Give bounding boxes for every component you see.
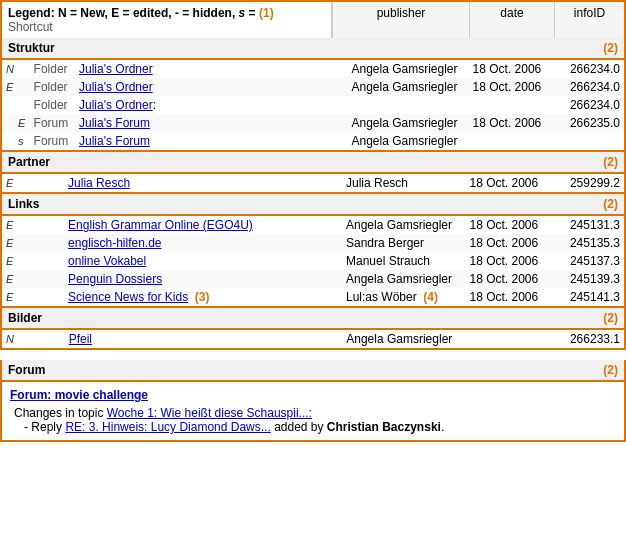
row-link[interactable]: Julia's Forum bbox=[79, 134, 150, 148]
row-infoid: 245141.3 bbox=[553, 288, 625, 307]
row-marker: N bbox=[1, 330, 18, 349]
table-row: E online Vokabel Manuel Strauch 18 Oct. … bbox=[1, 252, 625, 270]
row-type bbox=[18, 234, 64, 252]
row-type bbox=[18, 330, 64, 349]
section-title-bilder: Bilder bbox=[8, 311, 42, 325]
section-header-partner: Partner (2) bbox=[0, 152, 626, 174]
legend-s-num: (1) bbox=[259, 6, 274, 20]
table-row: E English Grammar Online (EGO4U) Angela … bbox=[1, 216, 625, 234]
row-infoid: 245135.3 bbox=[553, 234, 625, 252]
table-row: Folder Julia's Ordner: 266234.0 bbox=[1, 96, 625, 114]
row-publisher: Lul:as Wöber (4) bbox=[342, 288, 465, 307]
row-date bbox=[469, 96, 555, 114]
row-link[interactable]: Julia's Ordner bbox=[79, 62, 153, 76]
spacer bbox=[0, 350, 626, 360]
row-date: 18 Oct. 2006 bbox=[465, 252, 552, 270]
row-marker: E bbox=[1, 174, 18, 193]
row-name: Julia's Forum bbox=[75, 132, 347, 151]
row-name: Penguin Dossiers bbox=[64, 270, 342, 288]
row-type: Folder bbox=[30, 96, 75, 114]
forum-topic-link[interactable]: Woche 1: Wie heißt diese Schauspii...: bbox=[107, 406, 312, 420]
row-link[interactable]: English Grammar Online (EGO4U) bbox=[68, 218, 253, 232]
legend-header: Legend: N = New, E = edited, - = hidden,… bbox=[0, 0, 626, 38]
forum-title-link[interactable]: Forum: movie challenge bbox=[10, 388, 616, 402]
row-link[interactable]: Julia's Ordner bbox=[79, 98, 153, 112]
row-date: 18 Oct. 2006 bbox=[465, 288, 552, 307]
row-marker: s bbox=[1, 132, 30, 151]
table-row: N Pfeil Angela Gamsriegler 266233.1 bbox=[1, 330, 625, 349]
row-marker: E bbox=[1, 114, 30, 132]
row-link[interactable]: online Vokabel bbox=[68, 254, 146, 268]
row-infoid: 266234.0 bbox=[554, 96, 625, 114]
table-row: E Forum Julia's Forum Angela Gamsriegler… bbox=[1, 114, 625, 132]
section-header-links: Links (2) bbox=[0, 194, 626, 216]
row-infoid: 245139.3 bbox=[553, 270, 625, 288]
row-type: Forum bbox=[30, 132, 75, 151]
row-infoid: 259299.2 bbox=[553, 174, 625, 193]
row-date: 18 Oct. 2006 bbox=[465, 234, 552, 252]
forum-changes-text: Changes in topic bbox=[14, 406, 103, 420]
row-type: Forum bbox=[30, 114, 75, 132]
table-row: N Folder Julia's Ordner Angela Gamsriegl… bbox=[1, 60, 625, 78]
row-name: englisch-hilfen.de bbox=[64, 234, 342, 252]
row-link[interactable]: Julia's Ordner bbox=[79, 80, 153, 94]
table-row: E Science News for Kids (3) Lul:as Wöber… bbox=[1, 288, 625, 307]
row-badge: (3) bbox=[195, 290, 210, 304]
forum-author: Christian Baczynski bbox=[327, 420, 441, 434]
section-count-links: (2) bbox=[603, 197, 618, 211]
publisher-badge: (4) bbox=[423, 290, 438, 304]
row-date bbox=[466, 330, 553, 349]
row-link[interactable]: Pfeil bbox=[69, 332, 92, 346]
header-publisher: publisher bbox=[332, 2, 469, 38]
row-publisher: Angela Gamsriegler bbox=[347, 78, 468, 96]
row-marker bbox=[1, 96, 30, 114]
row-date: 18 Oct. 2006 bbox=[469, 78, 555, 96]
table-row: E Julia Resch Julia Resch 18 Oct. 2006 2… bbox=[1, 174, 625, 193]
section-title-links: Links bbox=[8, 197, 39, 211]
row-type bbox=[18, 216, 64, 234]
row-link[interactable]: englisch-hilfen.de bbox=[68, 236, 161, 250]
forum-reply-prefix: - Reply bbox=[24, 420, 62, 434]
section-title-partner: Partner bbox=[8, 155, 50, 169]
row-date bbox=[469, 132, 555, 151]
legend-shortcut: Shortcut bbox=[8, 20, 325, 34]
header-date: date bbox=[469, 2, 554, 38]
row-link[interactable]: Julia Resch bbox=[68, 176, 130, 190]
forum-reply-link[interactable]: RE: 3. Hinweis: Lucy Diamond Daws... bbox=[65, 420, 270, 434]
row-date: 18 Oct. 2006 bbox=[465, 270, 552, 288]
row-name: Julia's Ordner: bbox=[75, 96, 347, 114]
forum-added-by: added by bbox=[274, 420, 327, 434]
row-type: Folder bbox=[30, 78, 75, 96]
table-row: E Folder Julia's Ordner Angela Gamsriegl… bbox=[1, 78, 625, 96]
row-link[interactable]: Penguin Dossiers bbox=[68, 272, 162, 286]
row-date: 18 Oct. 2006 bbox=[469, 60, 555, 78]
section-count-bilder: (2) bbox=[603, 311, 618, 325]
row-type bbox=[18, 252, 64, 270]
row-marker: N bbox=[1, 60, 30, 78]
row-name: Julia's Ordner bbox=[75, 78, 347, 96]
section-count-partner: (2) bbox=[603, 155, 618, 169]
row-date: 18 Oct. 2006 bbox=[465, 174, 552, 193]
row-marker: E bbox=[1, 78, 30, 96]
row-marker: E bbox=[1, 270, 18, 288]
header-infoid: infoID bbox=[554, 2, 624, 38]
row-infoid: 245137.3 bbox=[553, 252, 625, 270]
row-publisher: Angela Gamsriegler bbox=[347, 114, 468, 132]
forum-body: Forum: movie challenge Changes in topic … bbox=[0, 382, 626, 442]
row-publisher bbox=[347, 96, 468, 114]
row-link[interactable]: Science News for Kids bbox=[68, 290, 188, 304]
row-publisher: Angela Gamsriegler bbox=[342, 270, 465, 288]
row-infoid: 266235.0 bbox=[554, 114, 625, 132]
row-link[interactable]: Julia's Forum bbox=[79, 116, 150, 130]
row-date: 18 Oct. 2006 bbox=[465, 216, 552, 234]
table-partner: E Julia Resch Julia Resch 18 Oct. 2006 2… bbox=[0, 174, 626, 194]
row-name: English Grammar Online (EGO4U) bbox=[64, 216, 342, 234]
table-bilder: N Pfeil Angela Gamsriegler 266233.1 bbox=[0, 330, 626, 350]
forum-period: . bbox=[441, 420, 444, 434]
row-type: Folder bbox=[30, 60, 75, 78]
section-header-struktur: Struktur (2) bbox=[0, 38, 626, 60]
table-row: E englisch-hilfen.de Sandra Berger 18 Oc… bbox=[1, 234, 625, 252]
row-marker: E bbox=[1, 234, 18, 252]
section-title-struktur: Struktur bbox=[8, 41, 55, 55]
table-row: E Penguin Dossiers Angela Gamsriegler 18… bbox=[1, 270, 625, 288]
